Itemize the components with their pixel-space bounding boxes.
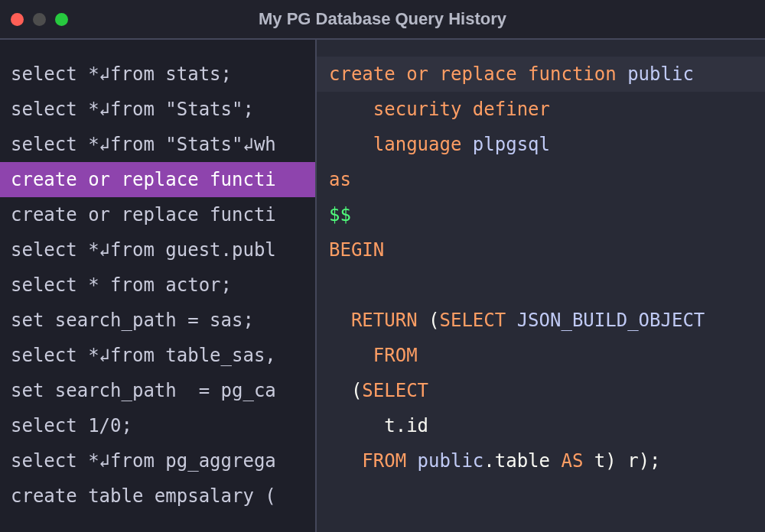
- zoom-button[interactable]: [55, 13, 68, 26]
- titlebar: My PG Database Query History: [0, 0, 765, 40]
- history-item[interactable]: select *↲from pg_aggrega: [0, 443, 315, 478]
- history-item[interactable]: select *↲from "Stats";: [0, 92, 315, 127]
- history-item[interactable]: select *↲from "Stats"↲wh: [0, 127, 315, 162]
- minimize-button[interactable]: [33, 13, 46, 26]
- code-line: t.id: [329, 408, 765, 443]
- query-history-list[interactable]: select *↲from stats;select *↲from "Stats…: [0, 40, 317, 532]
- code-line: FROM: [329, 338, 765, 373]
- history-item[interactable]: set search_path = pg_ca: [0, 373, 315, 408]
- history-item[interactable]: select *↲from guest.publ: [0, 232, 315, 268]
- window-title: My PG Database Query History: [0, 9, 765, 29]
- main-split: select *↲from stats;select *↲from "Stats…: [0, 40, 765, 532]
- code-line: security definer: [329, 92, 765, 127]
- history-item[interactable]: create or replace functi: [0, 162, 315, 197]
- history-item[interactable]: select 1/0;: [0, 408, 315, 443]
- window-controls: [11, 13, 68, 26]
- code-line: BEGIN: [329, 232, 765, 268]
- code-line: FROM public.table AS t) r);: [329, 443, 765, 478]
- code-line: create or replace function public: [317, 57, 765, 92]
- close-button[interactable]: [11, 13, 24, 26]
- history-item[interactable]: create table empsalary (: [0, 478, 315, 514]
- history-item[interactable]: select * from actor;: [0, 268, 315, 303]
- history-item[interactable]: create or replace functi: [0, 197, 315, 232]
- code-line: RETURN (SELECT JSON_BUILD_OBJECT: [329, 303, 765, 338]
- code-line: [329, 268, 765, 303]
- query-detail-pane[interactable]: create or replace function public securi…: [317, 40, 765, 532]
- history-item[interactable]: select *↲from table_sas,: [0, 338, 315, 373]
- code-line: as: [329, 162, 765, 197]
- code-line: $$: [329, 197, 765, 232]
- code-line: language plpgsql: [329, 127, 765, 162]
- code-line: (SELECT: [329, 373, 765, 408]
- history-item[interactable]: set search_path = sas;: [0, 303, 315, 338]
- history-item[interactable]: select *↲from stats;: [0, 57, 315, 92]
